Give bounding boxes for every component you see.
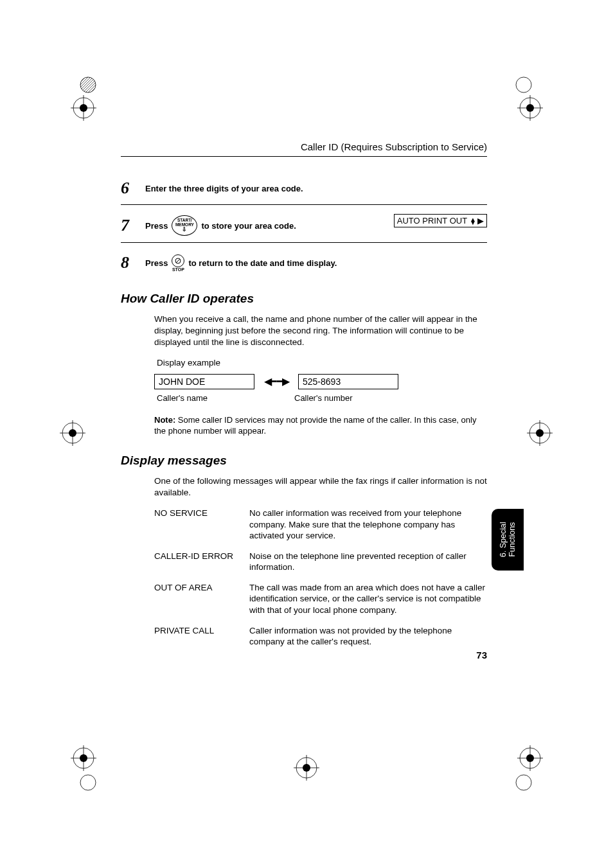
step-text: Enter the three digits of your area code… (145, 184, 303, 193)
stop-button-icon: STOP (172, 254, 184, 272)
display-example: JOHN DOE ◀━ ━▶ 525-8693 (154, 374, 487, 389)
stop-label: STOP (172, 267, 184, 272)
corner-bl (79, 774, 97, 792)
message-row: PRIVATE CALL Caller information was not … (154, 625, 487, 648)
step-number: 7 (121, 216, 139, 235)
svg-point-27 (526, 754, 534, 762)
down-arrow-icon: ⇩ (182, 227, 187, 233)
svg-point-29 (80, 77, 96, 93)
step-text: Press STOP to return to the date and tim… (145, 254, 337, 272)
note-label: Note: (154, 415, 175, 425)
svg-point-32 (516, 775, 531, 790)
page-content: Caller ID (Requires Subscription to Serv… (121, 141, 487, 657)
stop-circle-icon (172, 254, 184, 267)
reg-mark-ml (60, 420, 85, 446)
lcd-display: AUTO PRINT OUT ▲▼ ▶ (394, 214, 487, 227)
svg-point-15 (536, 429, 544, 437)
section-intro: One of the following messages will appea… (154, 475, 487, 499)
step-8: 8 Press STOP to return to the date and t… (121, 243, 487, 275)
start-memory-button-icon: START/ MEMORY ⇩ (172, 215, 197, 236)
note-body: Some caller ID services may not provide … (154, 415, 476, 436)
message-desc: Caller information was not provided by t… (249, 625, 487, 648)
chapter-tab: 6. Special Functions (492, 509, 524, 571)
svg-point-23 (303, 764, 310, 772)
right-triangle-icon: ▶ (477, 216, 484, 226)
lcd-text: AUTO PRINT OUT (397, 216, 467, 226)
step-7: 7 Press START/ MEMORY ⇩ to store your ar… (121, 205, 487, 243)
message-desc: The call was made from an area which doe… (249, 582, 487, 616)
step-text: Press START/ MEMORY ⇩ to store your area… (145, 215, 296, 236)
step-after-text: to return to the date and time display. (188, 258, 337, 268)
display-example-label: Display example (157, 358, 487, 368)
up-down-icon: ▲▼ (470, 218, 476, 224)
svg-point-31 (80, 775, 96, 790)
step-number: 6 (121, 179, 139, 198)
press-label: Press (145, 258, 168, 268)
corner-tr (515, 76, 533, 94)
reg-mark-br (517, 745, 543, 771)
message-table: NO SERVICE No caller information was rec… (154, 508, 487, 647)
message-row: NO SERVICE No caller information was rec… (154, 508, 487, 542)
message-row: OUT OF AREA The call was made from an ar… (154, 582, 487, 616)
message-label: CALLER-ID ERROR (154, 551, 249, 573)
double-arrow-icon: ◀━ ━▶ (254, 375, 298, 387)
message-label: NO SERVICE (154, 508, 249, 542)
section-heading-how-operates: How Caller ID operates (121, 292, 487, 306)
message-desc: No caller information was received from … (249, 508, 487, 542)
page-header: Caller ID (Requires Subscription to Serv… (121, 141, 487, 152)
caller-name-box: JOHN DOE (154, 374, 254, 389)
caller-number-box: 525-8693 (298, 374, 398, 389)
svg-line-34 (176, 259, 180, 263)
message-row: CALLER-ID ERROR Noise on the telephone l… (154, 551, 487, 573)
note-paragraph: Note: Some caller ID services may not pr… (154, 414, 487, 437)
reg-mark-tr (517, 95, 543, 121)
reg-mark-mr (527, 420, 553, 446)
step-number: 8 (121, 253, 139, 272)
svg-point-11 (69, 429, 76, 437)
svg-point-30 (516, 77, 531, 93)
display-captions: Caller's name Caller's number (157, 393, 487, 403)
reg-mark-tl (71, 95, 96, 121)
caller-name-caption: Caller's name (157, 393, 294, 403)
step-after-text: to store your area code. (201, 221, 296, 231)
step-6: 6 Enter the three digits of your area co… (121, 168, 487, 205)
reg-mark-bc (294, 755, 319, 781)
message-desc: Noise on the telephone line prevented re… (249, 551, 487, 573)
svg-point-19 (80, 754, 87, 762)
svg-point-7 (526, 104, 534, 112)
reg-mark-bl (71, 745, 96, 771)
section-body: When you receive a call, the name and ph… (154, 314, 487, 349)
page-number: 73 (476, 650, 487, 660)
message-label: PRIVATE CALL (154, 625, 249, 648)
message-label: OUT OF AREA (154, 582, 249, 616)
section-heading-display-messages: Display messages (121, 454, 487, 468)
svg-point-3 (80, 104, 87, 112)
chapter-tab-text: 6. Special Functions (499, 522, 517, 558)
corner-br (515, 774, 533, 792)
corner-tl (79, 76, 97, 94)
caller-number-caption: Caller's number (294, 393, 353, 403)
press-label: Press (145, 221, 168, 231)
